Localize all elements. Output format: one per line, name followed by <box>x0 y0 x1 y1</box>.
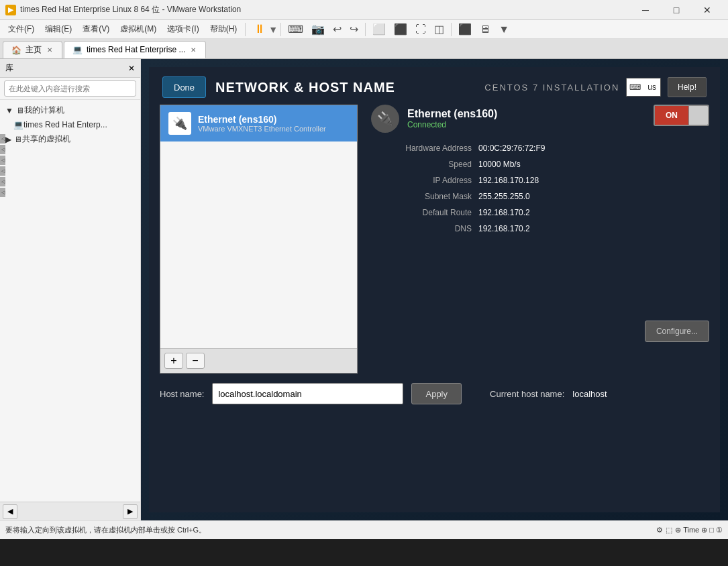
main-layout: 库 ✕ ▼ 🖥 我的计算机 💻 times Red Hat Enterp... … <box>0 59 728 520</box>
menu-bar: 文件(F) 编辑(E) 查看(V) 虚拟机(M) 选项卡(I) 帮助(H) ⏸ … <box>0 20 728 39</box>
menu-tabs[interactable]: 选项卡(I) <box>162 21 204 38</box>
maximize-button[interactable]: □ <box>661 0 692 20</box>
minimize-button[interactable]: ─ <box>630 0 661 20</box>
speed-label: Speed <box>371 160 478 169</box>
ethernet-item-name: Ethernet (ens160) <box>198 114 326 125</box>
scroll-tick6: ◁ <box>0 188 5 197</box>
apply-button[interactable]: Apply <box>411 383 462 404</box>
pause-icon[interactable]: ⏸ <box>254 22 266 36</box>
add-ethernet-button[interactable]: + <box>164 353 183 369</box>
snapshot2-icon[interactable]: ↩ <box>329 23 346 36</box>
scroll-tick: ◁ <box>0 134 5 144</box>
sidebar-close-icon[interactable]: ✕ <box>128 64 135 73</box>
ip-value: 192.168.170.128 <box>478 176 539 185</box>
shared-icon: 🖥 <box>14 135 22 144</box>
status-display-icon: ⬚ <box>666 526 672 534</box>
snapshot-icon[interactable]: 📷 <box>307 23 329 36</box>
snapshot3-icon[interactable]: ↪ <box>346 23 362 36</box>
configure-button[interactable]: Configure... <box>645 321 709 342</box>
sidebar-item-mycomputer[interactable]: ▼ 🖥 我的计算机 <box>0 103 140 118</box>
sidebar-prev-btn[interactable]: ◀ <box>3 504 17 519</box>
menu-sep2 <box>280 23 281 36</box>
status-message: 要将输入定向到该虚拟机，请在虚拟机内部单击或按 Ctrl+G。 <box>5 525 206 535</box>
hostname-input[interactable] <box>212 383 403 404</box>
shared-label: 共享的虚拟机 <box>22 133 70 145</box>
tab-vm[interactable]: 💻 times Red Hat Enterprise ... ✕ <box>64 41 206 58</box>
fit-guest-icon[interactable]: ⬜ <box>368 23 390 36</box>
keyboard-icon: ⌨ <box>627 82 643 92</box>
fit-window-icon[interactable]: ⬛ <box>390 23 411 36</box>
help-button[interactable]: Help! <box>668 77 707 97</box>
network-title: NETWORK & HOST NAME <box>215 80 395 95</box>
title-bar-left: ▶ times Red Hat Enterprise Linux 8 64 位 … <box>5 4 241 15</box>
subnet-label: Subnet Mask <box>371 192 478 201</box>
menu-separator <box>245 23 246 36</box>
tab-home-close[interactable]: ✕ <box>46 46 54 54</box>
menu-vm[interactable]: 虚拟机(M) <box>115 21 162 38</box>
eth-detail-name: Ethernet (ens160) <box>407 108 497 120</box>
window-controls: ─ □ ✕ <box>630 0 723 20</box>
vm-area[interactable]: Done NETWORK & HOST NAME CENTOS 7 INSTAL… <box>141 59 728 520</box>
menu-view[interactable]: 查看(V) <box>77 21 115 38</box>
header-right: CENTOS 7 INSTALLATION ⌨ us Help! <box>484 77 707 97</box>
remove-ethernet-button[interactable]: − <box>186 353 205 369</box>
tab-home[interactable]: 🏠 主页 ✕ <box>3 41 62 58</box>
tree-icon-computer: 🖥 <box>16 106 24 115</box>
status-right-icons: ⚙ ⬚ ⊕ Time ⊕ □ ① <box>656 526 723 534</box>
close-button[interactable]: ✕ <box>692 0 723 20</box>
sidebar-header: 库 ✕ <box>0 59 140 78</box>
vm-label: times Red Hat Enterp... <box>23 120 107 129</box>
toggle-on-btn[interactable]: ON <box>655 106 689 125</box>
scroll-tick4: ◁ <box>0 166 5 176</box>
done-button[interactable]: Done <box>162 76 206 98</box>
sidebar-footer: ◀ ▶ <box>0 502 140 520</box>
sidebar-next-btn[interactable]: ▶ <box>123 504 138 519</box>
send-ctrl-alt-del-icon[interactable]: ⌨ <box>284 23 307 36</box>
menu-file[interactable]: 文件(F) <box>3 21 40 38</box>
expand-icon2: ▶ <box>5 135 11 144</box>
sidebar-item-shared[interactable]: ▶ 🖥 共享的虚拟机 <box>0 131 140 145</box>
toggle-switch[interactable]: ON <box>654 105 709 126</box>
unity-icon[interactable]: ◫ <box>430 23 448 36</box>
dns-value: 192.168.170.2 <box>478 224 530 233</box>
menu-sep4 <box>451 23 452 36</box>
tab-bar: 🏠 主页 ✕ 💻 times Red Hat Enterprise ... ✕ <box>0 39 728 59</box>
tab-home-label: 主页 <box>25 44 42 56</box>
hostname-label: Host name: <box>160 389 204 399</box>
detail-row-dns: DNS 192.168.170.2 <box>371 224 709 233</box>
ethernet-item-icon: 🔌 <box>168 112 191 135</box>
sidebar-search-area <box>0 78 140 100</box>
ethernet-item-info: Ethernet (ens160) VMware VMXNET3 Etherne… <box>198 114 326 133</box>
details-title-info: 🔌 Ethernet (ens160) Connected <box>371 105 497 133</box>
tab-vm-label: times Red Hat Enterprise ... <box>87 45 185 54</box>
display-icon[interactable]: 🖥 <box>476 23 495 36</box>
terminal-icon[interactable]: ⬛ <box>454 23 476 36</box>
fullscreen-icon[interactable]: ⛶ <box>411 23 430 36</box>
settings-icon[interactable]: ▼ <box>495 23 513 36</box>
mycomputer-label: 我的计算机 <box>24 105 64 116</box>
scroll-indicators: ◁ ◁ ◁ ◁ ◁ ◁ <box>0 134 5 197</box>
menu-sep3 <box>365 23 366 36</box>
menu-help[interactable]: 帮助(H) <box>205 21 243 38</box>
current-hostname-label: Current host name: <box>490 389 564 399</box>
toggle-off-btn[interactable] <box>689 106 708 125</box>
tab-vm-close[interactable]: ✕ <box>189 46 197 54</box>
sidebar-item-vm[interactable]: 💻 times Red Hat Enterp... <box>0 118 140 131</box>
centos-label: CENTOS 7 INSTALLATION <box>484 82 619 93</box>
status-bar: 要将输入定向到该虚拟机，请在虚拟机内部单击或按 Ctrl+G。 ⚙ ⬚ ⊕ Ti… <box>0 520 728 539</box>
ethernet-details: 🔌 Ethernet (ens160) Connected ON <box>371 105 709 374</box>
route-value: 192.168.170.2 <box>478 208 530 217</box>
hardware-value: 00:0C:29:76:72:F9 <box>478 144 545 153</box>
dropdown-icon[interactable]: ▼ <box>268 24 278 35</box>
keyboard-indicator: ⌨ us <box>626 78 661 97</box>
header-left: Done NETWORK & HOST NAME <box>162 76 395 98</box>
hostname-area: Host name: Apply Current host name: loca… <box>149 374 720 414</box>
sidebar-title: 库 <box>5 62 13 74</box>
search-input[interactable] <box>4 80 136 97</box>
expand-icon: ▼ <box>5 106 13 115</box>
detail-row-ip: IP Address 192.168.170.128 <box>371 176 709 185</box>
details-title-row: 🔌 Ethernet (ens160) Connected ON <box>371 105 709 133</box>
ethernet-item[interactable]: 🔌 Ethernet (ens160) VMware VMXNET3 Ether… <box>160 105 357 142</box>
ethernet-list-empty <box>160 142 357 348</box>
menu-edit[interactable]: 编辑(E) <box>40 21 77 38</box>
